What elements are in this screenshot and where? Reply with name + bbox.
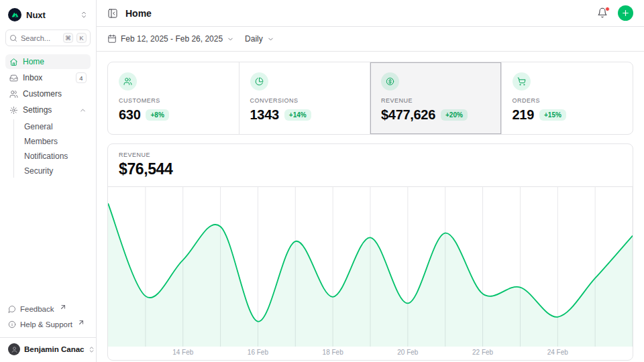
chevron-up-icon [79,107,87,114]
stat-value: 219 [513,107,534,123]
kbd-k: K [76,33,87,43]
stat-card-orders[interactable]: ORDERS 219 +15% [502,62,633,134]
calendar-icon [107,34,117,44]
plus-icon [621,9,630,17]
stat-delta-badge: +14% [284,109,311,121]
circle-dollar-icon [386,77,394,86]
sidebar-item-general[interactable]: General [14,119,91,133]
top-header: Home [97,0,644,27]
inbox-icon [9,74,18,82]
date-range-button[interactable]: Feb 12, 2025 - Feb 26, 2025 [107,34,234,44]
users-icon [9,90,18,99]
sidebar-item-customers[interactable]: Customers [5,86,91,101]
external-link-icon [77,318,85,326]
sidebar-toggle-button[interactable] [107,7,119,19]
stat-icon-circle [119,72,137,90]
chart-value: $76,544 [119,160,622,178]
sidebar-item-members[interactable]: Members [14,134,91,148]
date-range-label: Feb 12, 2025 - Feb 26, 2025 [121,34,223,44]
revenue-chart-card: REVENUE $76,544 14 Feb16 Feb18 Feb20 Feb… [107,143,633,361]
new-item-button[interactable] [618,5,633,21]
stat-card-customers[interactable]: CUSTOMERS 630 +8% [108,62,239,134]
external-link-icon [59,303,67,311]
chevrons-up-down-icon [80,11,88,19]
stat-label: ORDERS [513,97,623,104]
x-axis-label: 22 Feb [472,349,493,356]
sidebar-spacer [5,178,91,301]
stat-delta-badge: +15% [539,109,566,121]
sidebar-item-label: Home [23,57,44,66]
sidebar-item-label: Inbox [23,73,42,82]
stat-label: CUSTOMERS [119,97,228,104]
stat-icon-circle [513,72,531,90]
stat-label: REVENUE [381,97,490,104]
chart-plot-area[interactable] [108,187,633,347]
panel-left-close-icon [107,8,118,19]
x-axis-label: 18 Feb [323,349,343,356]
workspace-switcher[interactable]: Nuxt [5,7,91,23]
info-icon [8,320,16,328]
x-axis-label: 20 Feb [397,349,418,356]
sidebar-item-security[interactable]: Security [14,164,91,178]
x-axis-label: 14 Feb [172,349,193,356]
inbox-count-badge: 4 [76,72,87,83]
sidebar-item-inbox[interactable]: Inbox 4 [5,70,91,85]
chevron-down-icon [267,36,274,43]
chart-pie-icon [255,77,264,86]
user-name: Benjamin Canac [24,345,84,353]
period-label: Daily [245,34,263,44]
sidebar-item-label: Settings [23,105,52,115]
users-icon [123,77,132,86]
feedback-link[interactable]: Feedback [5,301,91,316]
x-axis-label: 16 Feb [248,349,268,356]
nuxt-logo [8,8,21,21]
revenue-area-chart [108,187,633,347]
chevrons-up-down-icon [88,346,95,353]
search-input[interactable] [21,34,60,42]
help-support-link[interactable]: Help & Support [5,316,91,332]
avatar [8,343,20,355]
stat-value: 630 [119,107,140,123]
settings-submenu: General Members Notifications Security [13,119,91,178]
sidebar-item-settings[interactable]: Settings [5,103,91,117]
message-circle-icon [8,305,16,313]
stats-grid: CUSTOMERS 630 +8% CONVERSIONS 1343 +14% [107,62,633,135]
chevron-down-icon [227,36,234,43]
search-box[interactable]: ⌘ K [5,29,91,46]
sidebar: Nuxt ⌘ K Home Inbox 4 Customers Settings… [0,0,97,362]
search-icon [9,34,17,42]
stat-icon-circle [250,72,268,90]
chart-x-axis: 14 Feb16 Feb18 Feb20 Feb22 Feb24 Feb [108,347,633,360]
chart-header: REVENUE $76,544 [108,144,633,187]
user-menu[interactable]: Benjamin Canac [5,338,91,357]
chart-label: REVENUE [119,152,622,158]
help-support-label: Help & Support [20,320,72,328]
dashboard-content: CUSTOMERS 630 +8% CONVERSIONS 1343 +14% [97,52,644,362]
stat-value: 1343 [250,107,279,123]
shopping-cart-icon [517,77,526,86]
sidebar-item-label: Customers [23,89,62,99]
workspace-name: Nuxt [26,10,46,20]
stat-card-conversions[interactable]: CONVERSIONS 1343 +14% [239,62,371,134]
header-actions [597,5,633,21]
main-panel: Home Feb 12, 2025 - Feb 26, 2025 Daily [97,0,644,362]
period-select[interactable]: Daily [245,34,274,44]
sidebar-nav: Home Inbox 4 Customers Settings General … [5,54,91,178]
stat-value: $477,626 [381,107,435,123]
sidebar-item-notifications[interactable]: Notifications [14,149,91,163]
gear-icon [9,106,18,115]
stat-card-revenue[interactable]: REVENUE $477,626 +20% [370,62,502,134]
notification-dot [605,7,610,11]
kbd-meta: ⌘ [63,33,73,43]
sidebar-item-home[interactable]: Home [5,54,91,69]
notifications-button[interactable] [597,7,609,19]
filter-toolbar: Feb 12, 2025 - Feb 26, 2025 Daily [97,27,644,52]
x-axis-label: 24 Feb [547,349,568,356]
feedback-label: Feedback [20,305,54,313]
home-icon [9,58,18,66]
stat-label: CONVERSIONS [250,97,360,104]
stat-delta-badge: +8% [146,109,168,121]
stat-icon-circle [381,72,399,90]
page-title: Home [125,8,152,19]
stat-delta-badge: +20% [441,109,468,121]
